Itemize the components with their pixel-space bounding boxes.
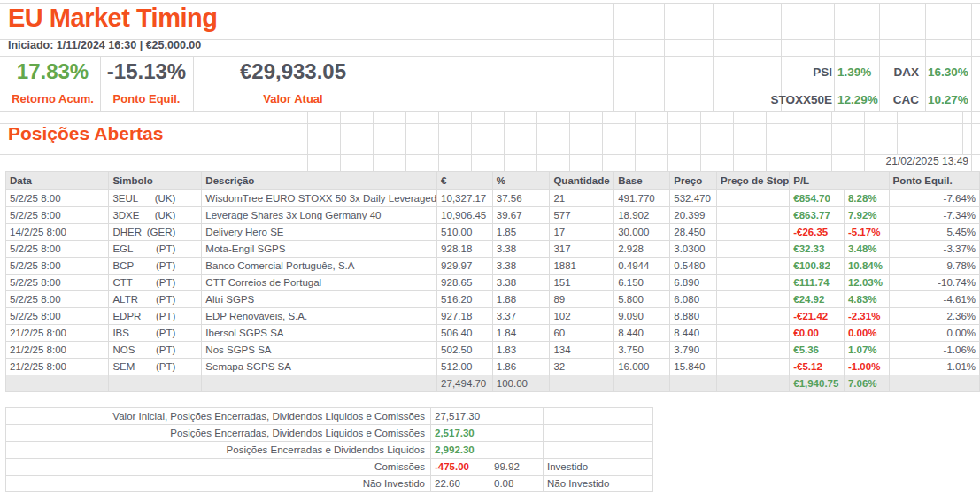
date-cell[interactable]: 5/2/25 8:00 <box>6 308 109 325</box>
stop-price-cell[interactable] <box>716 207 789 224</box>
description-cell[interactable]: Nos SGPS SA <box>202 342 437 359</box>
quantity-cell[interactable]: 60 <box>550 325 614 342</box>
value-eur-cell[interactable]: 516.20 <box>437 291 493 308</box>
pl-eur-cell[interactable]: €863.77 <box>790 207 845 224</box>
totals-empty-qty[interactable] <box>550 375 614 392</box>
date-cell[interactable]: 14/2/25 8:00 <box>6 224 109 241</box>
date-cell[interactable]: 5/2/25 8:00 <box>6 275 109 291</box>
base-price-cell[interactable]: 18.902 <box>614 207 670 224</box>
date-cell[interactable]: 21/2/25 8:00 <box>6 359 109 375</box>
description-cell[interactable]: Semapa SGPS SA <box>202 359 437 375</box>
summary-note-cell[interactable]: Investido <box>544 459 653 476</box>
totals-empty-symbol[interactable] <box>109 375 202 392</box>
quantity-cell[interactable]: 17 <box>550 224 614 241</box>
value-eur-cell[interactable]: 929.97 <box>437 258 493 275</box>
col-header-ponto-equil[interactable]: Ponto Equil. <box>889 172 979 190</box>
stop-price-cell[interactable] <box>716 224 789 241</box>
totals-empty-ponto[interactable] <box>889 375 979 392</box>
break-even-cell[interactable]: -7.64% <box>889 190 979 207</box>
price-cell[interactable]: 28.450 <box>670 224 717 241</box>
pl-eur-cell[interactable]: €854.70 <box>790 190 845 207</box>
stop-price-cell[interactable] <box>716 308 789 325</box>
symbol-cell[interactable]: CTT(PT) <box>109 275 202 291</box>
pl-eur-cell[interactable]: €32.33 <box>790 241 845 258</box>
quantity-cell[interactable]: 89 <box>550 291 614 308</box>
value-eur-cell[interactable]: 506.40 <box>437 325 493 342</box>
col-header-base[interactable]: Base <box>614 172 670 190</box>
pl-pct-cell[interactable]: -1.00% <box>844 359 889 375</box>
weight-pct-cell[interactable]: 1.83 <box>492 342 550 359</box>
price-cell[interactable]: 8.880 <box>670 308 717 325</box>
value-eur-cell[interactable]: 512.00 <box>437 359 493 375</box>
pl-eur-cell[interactable]: €5.36 <box>790 342 845 359</box>
price-cell[interactable]: 6.080 <box>670 291 717 308</box>
summary-note-cell[interactable] <box>544 408 653 425</box>
break-even-cell[interactable]: -4.61% <box>889 291 979 308</box>
symbol-cell[interactable]: BCP(PT) <box>109 258 202 275</box>
stop-price-cell[interactable] <box>716 258 789 275</box>
summary-label-cell[interactable]: Posições Encerradas e Dividendos Liquido… <box>6 442 431 459</box>
totals-pct-cell[interactable]: 100.00 <box>492 375 550 392</box>
col-header-simbolo[interactable]: Simbolo <box>109 172 202 190</box>
price-cell[interactable]: 0.5480 <box>670 258 717 275</box>
break-even-cell[interactable]: -7.34% <box>889 207 979 224</box>
summary-percent-cell[interactable]: 99.92 <box>490 459 544 476</box>
weight-pct-cell[interactable]: 1.85 <box>492 224 550 241</box>
totals-pl-eur-cell[interactable]: €1,940.75 <box>790 375 845 392</box>
summary-value-cell[interactable]: 2,517.30 <box>431 425 490 442</box>
value-eur-cell[interactable]: 928.65 <box>437 275 493 291</box>
description-cell[interactable]: Delivery Hero SE <box>202 224 437 241</box>
weight-pct-cell[interactable]: 1.86 <box>492 359 550 375</box>
stop-price-cell[interactable] <box>716 275 789 291</box>
weight-pct-cell[interactable]: 37.56 <box>492 190 550 207</box>
description-cell[interactable]: Leverage Shares 3x Long Germany 40 <box>202 207 437 224</box>
totals-eur-cell[interactable]: 27,494.70 <box>437 375 493 392</box>
symbol-cell[interactable]: NOS(PT) <box>109 342 202 359</box>
price-cell[interactable]: 15.840 <box>670 359 717 375</box>
description-cell[interactable]: Mota-Engil SGPS <box>202 241 437 258</box>
summary-value-cell[interactable]: 2,992.30 <box>431 442 490 459</box>
col-header-pl[interactable]: P/L <box>790 172 889 190</box>
break-even-cell[interactable]: 2.36% <box>889 308 979 325</box>
price-cell[interactable]: 3.0300 <box>670 241 717 258</box>
summary-note-cell[interactable]: Não Investido <box>544 476 653 492</box>
symbol-cell[interactable]: IBS(PT) <box>109 325 202 342</box>
summary-label-cell[interactable]: Valor Inicial, Posições Encerradas, Divi… <box>6 408 431 425</box>
base-price-cell[interactable]: 8.440 <box>614 325 670 342</box>
pl-pct-cell[interactable]: 3.48% <box>844 241 889 258</box>
quantity-cell[interactable]: 21 <box>550 190 614 207</box>
symbol-cell[interactable]: 3EUL(UK) <box>109 190 202 207</box>
pl-pct-cell[interactable]: 12.03% <box>844 275 889 291</box>
date-cell[interactable]: 21/2/25 8:00 <box>6 342 109 359</box>
base-price-cell[interactable]: 491.770 <box>614 190 670 207</box>
price-cell[interactable]: 532.470 <box>670 190 717 207</box>
weight-pct-cell[interactable]: 3.37 <box>492 308 550 325</box>
value-eur-cell[interactable]: 10,327.17 <box>437 190 493 207</box>
symbol-cell[interactable]: 3DXE(UK) <box>109 207 202 224</box>
stop-price-cell[interactable] <box>716 190 789 207</box>
summary-value-cell[interactable]: -475.00 <box>431 459 490 476</box>
break-even-cell[interactable]: 0.00% <box>889 325 979 342</box>
totals-empty-price[interactable] <box>670 375 717 392</box>
value-eur-cell[interactable]: 502.50 <box>437 342 493 359</box>
totals-empty-base[interactable] <box>614 375 670 392</box>
base-price-cell[interactable]: 16.000 <box>614 359 670 375</box>
description-cell[interactable]: Banco Comercial Português, S.A <box>202 258 437 275</box>
base-price-cell[interactable]: 9.090 <box>614 308 670 325</box>
stop-price-cell[interactable] <box>716 325 789 342</box>
col-header-preco[interactable]: Preço <box>670 172 717 190</box>
weight-pct-cell[interactable]: 39.67 <box>492 207 550 224</box>
weight-pct-cell[interactable]: 3.38 <box>492 241 550 258</box>
base-price-cell[interactable]: 0.4944 <box>614 258 670 275</box>
pl-pct-cell[interactable]: 10.84% <box>844 258 889 275</box>
symbol-cell[interactable]: SEM(PT) <box>109 359 202 375</box>
stop-price-cell[interactable] <box>716 342 789 359</box>
summary-value-cell[interactable]: 22.60 <box>431 476 490 492</box>
summary-percent-cell[interactable] <box>490 408 544 425</box>
totals-empty-desc[interactable] <box>202 375 437 392</box>
quantity-cell[interactable]: 1881 <box>550 258 614 275</box>
stop-price-cell[interactable] <box>716 241 789 258</box>
pl-pct-cell[interactable]: -2.31% <box>844 308 889 325</box>
date-cell[interactable]: 5/2/25 8:00 <box>6 291 109 308</box>
col-header-descricao[interactable]: Descrição <box>202 172 437 190</box>
